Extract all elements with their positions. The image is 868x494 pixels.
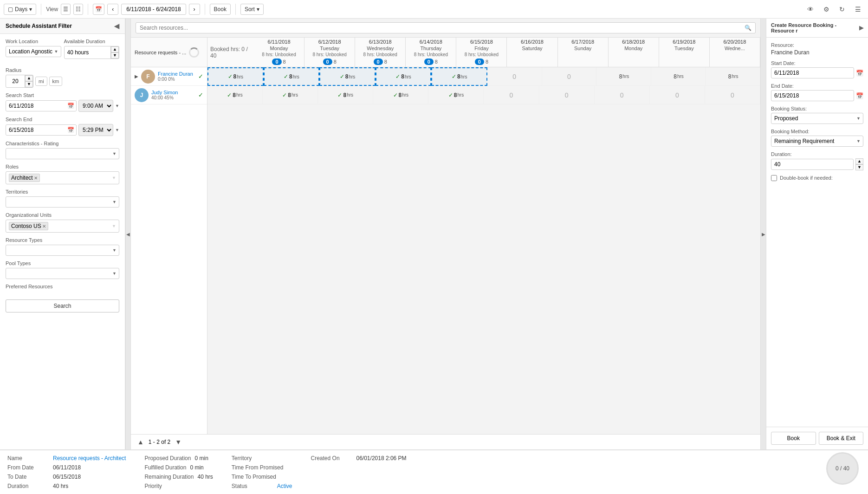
search-bar-container: 🔍: [131, 19, 760, 38]
cell-hrs-num: 8: [619, 73, 622, 80]
fulfilled-duration-value: 0 min: [190, 464, 203, 471]
next-date-button[interactable]: ›: [189, 4, 200, 15]
book-button-panel[interactable]: Book: [771, 432, 816, 445]
search-start-time[interactable]: 9:00 AM: [78, 100, 113, 112]
territories-select[interactable]: [6, 196, 119, 208]
work-location-select[interactable]: Location Agnostic: [6, 46, 61, 57]
duration-up-arrow[interactable]: ▲: [111, 46, 119, 52]
duration-value-bottom: 40 hrs: [53, 483, 68, 489]
duration-up[interactable]: ▲: [855, 158, 863, 164]
start-date-calendar-icon[interactable]: 📅: [856, 70, 863, 77]
resource-name-1[interactable]: Judy Simon: [151, 90, 195, 95]
date-range-button[interactable]: 6/11/2018 - 6/24/2018: [121, 4, 186, 15]
roles-input[interactable]: Architect ✕ ▼: [6, 171, 119, 184]
search-button[interactable]: Search: [6, 299, 119, 312]
radius-down-arrow[interactable]: ▼: [25, 81, 33, 87]
cell-0-2[interactable]: ✓8 hrs: [319, 67, 376, 86]
cell-hrs-num: 0: [731, 91, 734, 99]
main-toolbar: ▢ Days ▾ View ☰ ☷ 📅 ‹ 6/11/2018 - 6/24/2…: [0, 0, 868, 19]
right-collapse-handle[interactable]: ▶: [760, 19, 766, 449]
duration-input[interactable]: [771, 159, 854, 170]
dates-header: 6/11/2018Monday8 hrs: Unbooked086/12/201…: [254, 38, 760, 67]
radius-input[interactable]: [6, 76, 25, 86]
cell-0-5[interactable]: 0: [487, 67, 542, 86]
cell-0-6[interactable]: 0: [542, 67, 597, 86]
km-unit-button[interactable]: km: [49, 77, 63, 86]
main-schedule: ▶FFrancine Duran0:00 0%✓JJudy Simon40:00…: [131, 67, 760, 434]
booking-method-select[interactable]: Remaining Requirement: [771, 136, 863, 147]
double-book-checkbox[interactable]: [771, 175, 777, 181]
grid-view-button[interactable]: ☷: [73, 4, 83, 15]
cell-1-4[interactable]: ✓8 hrs: [428, 86, 484, 104]
mi-unit-button[interactable]: mi: [35, 77, 47, 86]
cell-1-3[interactable]: ✓8 hrs: [373, 86, 428, 104]
booking-method-label: Booking Method:: [771, 129, 863, 134]
resource-types-select[interactable]: [6, 245, 119, 256]
architect-tag-remove[interactable]: ✕: [34, 176, 38, 181]
cell-0-1[interactable]: ✓8 hrs: [264, 67, 320, 86]
available-duration-input[interactable]: [65, 47, 111, 58]
unbooked-1: 8 hrs: Unbooked: [305, 52, 354, 58]
start-date-input[interactable]: [771, 67, 854, 78]
details-toggle-button[interactable]: ☰: [851, 3, 864, 16]
end-date-field-row: End Date: 📅: [771, 83, 863, 101]
cell-0-7[interactable]: 8 hrs: [596, 67, 651, 86]
cell-hrs-num: 8: [674, 73, 677, 80]
book-button[interactable]: Book: [210, 4, 231, 15]
resource-expand-0[interactable]: ▶: [135, 74, 138, 79]
search-end-time[interactable]: 5:29 PM: [78, 124, 113, 136]
book-buttons: Book Book & Exit: [766, 427, 868, 449]
cell-1-9[interactable]: 0: [705, 86, 760, 104]
cell-1-7[interactable]: 0: [595, 86, 650, 104]
pool-types-select[interactable]: [6, 268, 119, 279]
search-end-calendar-btn[interactable]: 📅: [65, 125, 76, 135]
end-date-input[interactable]: [771, 90, 854, 101]
duration-label: Duration:: [771, 151, 863, 157]
search-start-calendar-btn[interactable]: 📅: [65, 101, 76, 111]
cell-0-9[interactable]: 8 hrs: [706, 67, 760, 86]
panel-expand-button[interactable]: ▶: [859, 25, 863, 31]
characteristics-select[interactable]: [6, 148, 119, 159]
settings-icon-button[interactable]: ⚙: [820, 3, 833, 16]
cell-1-0[interactable]: ✓8 hrs: [207, 86, 263, 104]
info-group-1: Name Resource requests - Architect From …: [7, 455, 126, 489]
org-units-input[interactable]: Contoso US ✕ ▼: [6, 220, 119, 233]
cell-0-8[interactable]: 8 hrs: [651, 67, 706, 86]
contoso-tag-remove[interactable]: ✕: [42, 224, 46, 229]
search-end-date[interactable]: [6, 125, 65, 135]
prev-date-button[interactable]: ‹: [107, 4, 118, 15]
search-icon[interactable]: 🔍: [745, 25, 751, 31]
sidebar-collapse-button[interactable]: ◀: [114, 22, 119, 30]
resource-name-0[interactable]: Francine Duran: [158, 71, 195, 77]
end-date-calendar-icon[interactable]: 📅: [856, 92, 863, 99]
sort-button[interactable]: Sort ▾: [240, 4, 264, 15]
booking-status-select[interactable]: Proposed: [771, 113, 863, 124]
name-value[interactable]: Resource requests - Architect: [53, 455, 126, 462]
duration-down-arrow[interactable]: ▼: [111, 52, 119, 58]
calendar-icon-btn[interactable]: 📅: [93, 4, 104, 15]
page-down-arrow[interactable]: ▼: [174, 437, 182, 447]
cell-1-6[interactable]: 0: [539, 86, 595, 104]
cell-1-2[interactable]: ✓8 hrs: [318, 86, 373, 104]
search-input[interactable]: [140, 25, 743, 31]
radius-up-arrow[interactable]: ▲: [25, 75, 33, 81]
calendar-icon: 📅: [95, 6, 102, 13]
status-value[interactable]: Active: [277, 483, 292, 489]
left-collapse-handle[interactable]: ◀: [125, 19, 131, 449]
booking-status-field-row: Booking Status: Proposed: [771, 106, 863, 124]
cell-1-1[interactable]: ✓8 hrs: [263, 86, 318, 104]
list-view-button[interactable]: ☰: [61, 4, 71, 15]
search-start-date[interactable]: [6, 101, 65, 111]
day-header-8: Tuesday: [660, 45, 708, 52]
page-up-arrow[interactable]: ▲: [136, 437, 145, 447]
cell-0-3[interactable]: ✓8 hrs: [376, 67, 432, 86]
refresh-icon-button[interactable]: ↻: [836, 3, 849, 16]
eye-icon-button[interactable]: 👁: [804, 3, 817, 16]
cell-0-4[interactable]: ✓8 hrs: [431, 67, 487, 86]
duration-down[interactable]: ▼: [855, 164, 863, 170]
cell-1-8[interactable]: 0: [650, 86, 705, 104]
book-exit-button[interactable]: Book & Exit: [819, 432, 864, 445]
cell-0-0[interactable]: ✓8 hrs: [207, 67, 264, 86]
days-button[interactable]: ▢ Days ▾: [4, 4, 36, 15]
cell-1-5[interactable]: 0: [484, 86, 539, 104]
